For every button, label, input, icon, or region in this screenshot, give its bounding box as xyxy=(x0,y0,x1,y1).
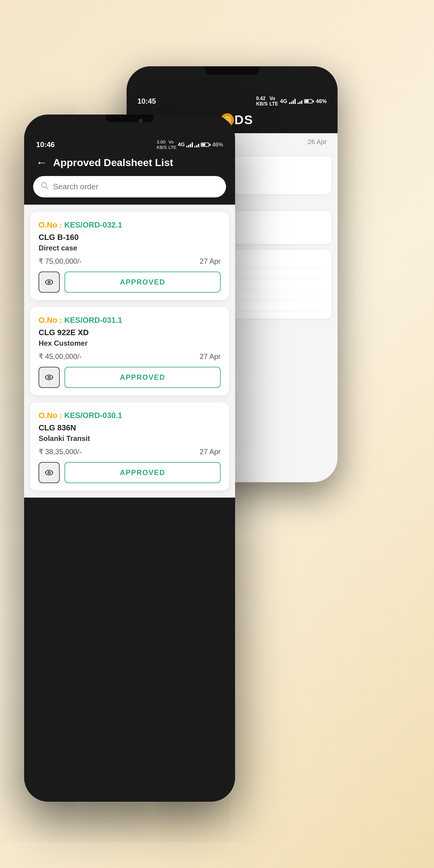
front-camera xyxy=(138,119,143,123)
bg-notch-area xyxy=(127,66,338,90)
svg-point-10 xyxy=(49,282,50,283)
bg-network-speed: 0.42KB/S xyxy=(256,96,268,107)
svg-point-13 xyxy=(49,377,50,378)
view-button-1[interactable] xyxy=(38,272,60,293)
front-time: 10:46 xyxy=(36,141,55,149)
bg-battery xyxy=(304,99,314,103)
view-button-2[interactable] xyxy=(38,367,60,388)
front-notch-area xyxy=(24,115,235,135)
price-date-row-1: ₹ 75,00,000/- 27 Apr xyxy=(38,257,221,266)
front-status-icons: 3.00KB/S VoLTE 4G 46% xyxy=(157,139,223,150)
approved-button-1[interactable]: APPROVED xyxy=(64,272,221,293)
front-signal-bars xyxy=(186,142,193,147)
date-2: 27 Apr xyxy=(200,352,221,361)
product-name-2: CLG 922E XD xyxy=(38,328,221,337)
search-bar[interactable] xyxy=(33,176,226,197)
order-label-2: O.No : xyxy=(38,315,64,324)
bg-network-type: VoLTE xyxy=(270,96,278,107)
bg-4g-icon: 4G xyxy=(280,98,287,104)
search-input[interactable] xyxy=(53,182,219,191)
customer-name-2: Hex Customer xyxy=(38,339,221,347)
customer-name-3: Solanki Transit xyxy=(38,434,221,443)
foreground-phone: 10:46 3.00KB/S VoLTE 4G 46% ← Approved D… xyxy=(24,115,235,802)
bg-logo-text2: DS xyxy=(235,113,253,127)
bg-signal-bars2 xyxy=(298,98,302,104)
customer-name-1: Direct case xyxy=(38,244,221,252)
price-3: ₹ 38,35,000/- xyxy=(38,447,82,456)
front-app-header: ← Approved Dealsheet List xyxy=(24,150,235,176)
price-1: ₹ 75,00,000/- xyxy=(38,257,82,266)
bg-status-bar: 10:45 0.42KB/S VoLTE 4G 46% xyxy=(127,90,338,107)
front-signal-bars2 xyxy=(194,142,199,147)
svg-line-7 xyxy=(46,187,48,189)
front-back-button[interactable]: ← xyxy=(36,156,47,169)
action-row-3: APPROVED xyxy=(38,462,221,483)
deal-card-3: O.No : KES/ORD-030.1 CLG 836N Solanki Tr… xyxy=(30,402,229,490)
product-name-3: CLG 836N xyxy=(38,423,221,433)
approved-button-2[interactable]: APPROVED xyxy=(64,367,221,388)
bg-status-icons: 0.42KB/S VoLTE 4G 46% xyxy=(256,96,327,107)
eye-icon-3 xyxy=(44,468,54,477)
page-title: Approved Dealsheet List xyxy=(53,157,173,168)
front-4g-icon: 4G xyxy=(178,142,185,148)
deal-card-1: O.No : KES/ORD-032.1 CLG B-160 Direct ca… xyxy=(30,212,229,300)
bg-battery-pct: 46% xyxy=(316,98,327,104)
date-1: 27 Apr xyxy=(200,257,221,266)
order-number-2: O.No : KES/ORD-031.1 xyxy=(38,315,221,325)
price-date-row-2: ₹ 45,00,000/- 27 Apr xyxy=(38,352,221,361)
front-network-type: VoLTE xyxy=(168,139,176,150)
search-icon xyxy=(40,181,49,192)
product-name-1: CLG B-160 xyxy=(38,233,221,242)
deal-card-2: O.No : KES/ORD-031.1 CLG 922E XD Hex Cus… xyxy=(30,307,229,395)
front-battery-pct: 46% xyxy=(212,142,223,148)
order-number-3: O.No : KES/ORD-030.1 xyxy=(38,411,221,420)
view-button-3[interactable] xyxy=(38,462,60,483)
order-value-1: KES/ORD-032.1 xyxy=(64,220,122,229)
order-label-3: O.No : xyxy=(38,411,64,420)
front-status-bar: 10:46 3.00KB/S VoLTE 4G 46% xyxy=(24,135,235,150)
svg-point-16 xyxy=(49,472,50,473)
search-bar-container xyxy=(24,176,235,205)
order-number-1: O.No : KES/ORD-032.1 xyxy=(38,220,221,230)
price-date-row-3: ₹ 38,35,000/- 27 Apr xyxy=(38,447,221,456)
cards-area: O.No : KES/ORD-032.1 CLG B-160 Direct ca… xyxy=(24,205,235,498)
order-value-2: KES/ORD-031.1 xyxy=(64,315,122,324)
front-notch xyxy=(105,115,154,122)
front-network-speed: 3.00KB/S xyxy=(157,139,167,150)
bg-notch xyxy=(205,66,259,75)
order-label-1: O.No : xyxy=(38,220,64,229)
price-2: ₹ 45,00,000/- xyxy=(38,352,82,361)
action-row-1: APPROVED xyxy=(38,272,221,293)
bg-signal-bars xyxy=(289,98,296,104)
date-3: 27 Apr xyxy=(200,447,221,456)
front-battery xyxy=(201,143,211,147)
eye-icon-1 xyxy=(44,277,54,287)
action-row-2: APPROVED xyxy=(38,367,221,388)
approved-button-3[interactable]: APPROVED xyxy=(64,462,221,483)
eye-icon-2 xyxy=(44,373,54,382)
bg-time: 10:45 xyxy=(137,97,156,105)
order-value-3: KES/ORD-030.1 xyxy=(64,411,122,420)
